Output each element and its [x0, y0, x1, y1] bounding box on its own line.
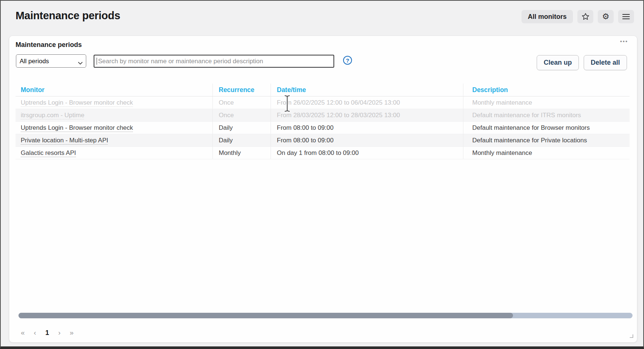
description-cell: Monthly maintenance — [463, 96, 630, 109]
search-field-wrap — [94, 55, 334, 68]
column-header-monitor[interactable]: Monitor — [16, 84, 212, 96]
maintenance-periods-panel: Maintenance periods ••• All periods ? Cl… — [9, 36, 637, 342]
horizontal-scrollbar — [19, 313, 633, 318]
table-row: Uptrends Login - Browser monitor check O… — [16, 96, 630, 109]
star-icon — [581, 13, 590, 21]
clean-up-button[interactable]: Clean up — [537, 55, 579, 70]
monitor-link[interactable]: Galactic resorts API — [21, 149, 76, 156]
datetime-cell: On day 1 from 08:00 to 09:00 — [271, 147, 463, 159]
maintenance-periods-table: Monitor Recurrence Date/time Description… — [16, 84, 630, 159]
monitor-link[interactable]: Uptrends Login - Browser monitor check — [21, 124, 133, 131]
table-row: itrsgroup.com - Uptime Once From 28/03/2… — [16, 109, 630, 122]
column-header-datetime[interactable]: Date/time — [271, 84, 463, 96]
panel-title: Maintenance periods — [16, 41, 82, 49]
current-page-number: 1 — [41, 329, 53, 337]
description-cell: Default maintenance for ITRS monitors — [463, 109, 630, 121]
help-icon[interactable]: ? — [343, 56, 352, 65]
all-monitors-button[interactable]: All monitors — [521, 10, 573, 23]
gear-icon: ⚙ — [602, 13, 610, 21]
recurrence-cell: Daily — [212, 134, 271, 146]
previous-page-button[interactable]: ‹ — [29, 327, 41, 338]
recurrence-cell: Once — [212, 109, 271, 121]
column-header-description[interactable]: Description — [463, 84, 630, 96]
monitor-link[interactable]: itrsgroup.com - Uptime — [21, 112, 84, 119]
resize-grip-icon[interactable] — [629, 333, 633, 339]
table-row: Private location - Multi-step API Daily … — [16, 134, 630, 147]
datetime-cell: From 08:00 to 09:00 — [271, 122, 463, 134]
monitor-link[interactable]: Private location - Multi-step API — [21, 137, 108, 144]
delete-all-button[interactable]: Delete all — [584, 55, 627, 70]
hamburger-icon — [622, 14, 630, 20]
period-filter-select[interactable]: All periods — [16, 54, 86, 68]
settings-button[interactable]: ⚙ — [598, 10, 614, 23]
table-row: Uptrends Login - Browser monitor check D… — [16, 122, 630, 134]
ellipsis-icon: ••• — [620, 38, 628, 44]
ellipsis-menu-button[interactable]: ••• — [620, 38, 628, 44]
topbar: All monitors ⚙ — [521, 10, 634, 23]
monitor-link[interactable]: Uptrends Login - Browser monitor check — [21, 99, 133, 106]
description-cell: Default maintenance for Private location… — [463, 134, 630, 146]
favorite-button[interactable] — [577, 10, 593, 23]
description-cell: Monthly maintenance — [463, 147, 630, 159]
table-row: Galactic resorts API Monthly On day 1 fr… — [16, 147, 630, 159]
datetime-cell: From 08:00 to 09:00 — [271, 134, 463, 146]
text-caret — [97, 58, 97, 65]
table-header-row: Monitor Recurrence Date/time Description — [16, 84, 630, 96]
last-page-button[interactable]: » — [66, 327, 78, 338]
datetime-cell: From 28/03/2025 12:00 to 28/03/2025 13:0… — [271, 109, 463, 121]
first-page-button[interactable]: « — [17, 327, 29, 338]
recurrence-cell: Monthly — [212, 147, 271, 159]
next-page-button[interactable]: › — [53, 327, 66, 338]
recurrence-cell: Once — [212, 96, 271, 109]
recurrence-cell: Daily — [212, 122, 271, 134]
period-filter: All periods — [16, 54, 86, 68]
search-input[interactable] — [94, 55, 334, 68]
description-cell: Default maintenance for Browser monitors — [463, 122, 630, 134]
menu-button[interactable] — [618, 10, 634, 23]
bulk-actions: Clean up Delete all — [537, 55, 627, 70]
scrollbar-thumb[interactable] — [19, 313, 513, 318]
filter-toolbar: All periods ? Clean up Delete all — [9, 54, 637, 69]
datetime-cell: From 26/02/2025 12:00 to 06/04/2025 13:0… — [271, 96, 463, 109]
column-header-recurrence[interactable]: Recurrence — [212, 84, 271, 96]
page-title: Maintenance periods — [16, 10, 120, 22]
pagination: « ‹ 1 › » — [17, 327, 78, 338]
